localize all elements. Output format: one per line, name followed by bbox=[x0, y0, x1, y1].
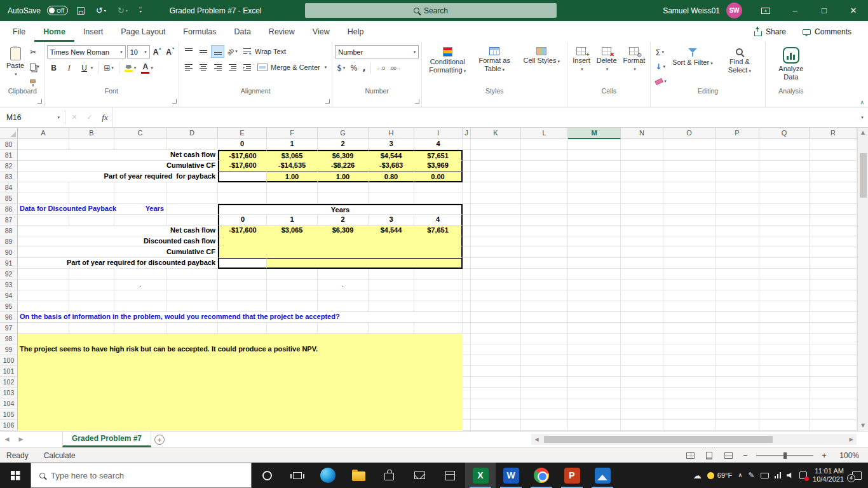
cell-L98[interactable] bbox=[521, 334, 568, 344]
cell-P95[interactable] bbox=[715, 301, 759, 312]
onedrive-cloud-icon[interactable]: ☁ bbox=[693, 471, 702, 480]
cell-J99[interactable] bbox=[463, 344, 471, 355]
column-header-B[interactable]: B bbox=[69, 128, 114, 139]
accounting-format-button[interactable]: $▾ bbox=[335, 62, 347, 74]
align-bottom-button[interactable] bbox=[211, 45, 224, 58]
cell-Q86[interactable] bbox=[759, 204, 810, 215]
cell-I88[interactable]: $7,651 bbox=[414, 226, 463, 236]
cell-P100[interactable] bbox=[715, 355, 759, 366]
cell-K85[interactable] bbox=[471, 193, 521, 204]
cell-R104[interactable] bbox=[810, 398, 857, 409]
cell-I94[interactable] bbox=[414, 290, 463, 301]
cell-Q95[interactable] bbox=[759, 301, 810, 312]
cell-M101[interactable] bbox=[568, 366, 621, 377]
cell-Q105[interactable] bbox=[759, 409, 810, 420]
cell-G88[interactable]: $6,309 bbox=[318, 226, 369, 236]
column-header-A[interactable]: A bbox=[18, 128, 69, 139]
cell-A103[interactable] bbox=[18, 388, 463, 398]
cell-Q101[interactable] bbox=[759, 366, 810, 377]
cell-F94[interactable] bbox=[267, 290, 318, 301]
photos-button[interactable] bbox=[587, 463, 618, 488]
cell-J88[interactable] bbox=[463, 226, 471, 236]
cell-O93[interactable] bbox=[663, 280, 715, 290]
zoom-slider[interactable] bbox=[756, 455, 813, 456]
cell-N80[interactable] bbox=[621, 139, 663, 150]
cell-N90[interactable] bbox=[621, 247, 663, 258]
cell-N85[interactable] bbox=[621, 193, 663, 204]
cell-L90[interactable] bbox=[521, 247, 568, 258]
cell-P90[interactable] bbox=[715, 247, 759, 258]
cell-R101[interactable] bbox=[810, 366, 857, 377]
cell-A81[interactable]: Net cash flow bbox=[18, 150, 218, 161]
clipboard-dialog-launcher-icon[interactable] bbox=[37, 99, 42, 104]
cell-M99[interactable] bbox=[568, 344, 621, 355]
cell-G93[interactable]: . bbox=[318, 280, 369, 290]
cell-M93[interactable] bbox=[568, 280, 621, 290]
row-header-91[interactable]: 91 bbox=[0, 258, 18, 269]
cell-I95[interactable] bbox=[414, 301, 463, 312]
cell-R83[interactable] bbox=[810, 172, 857, 182]
comments-button[interactable]: Comments bbox=[796, 25, 858, 39]
cell-G97[interactable] bbox=[318, 323, 369, 334]
cell-M105[interactable] bbox=[568, 409, 621, 420]
row-header-87[interactable]: 87 bbox=[0, 215, 18, 226]
cell-A95[interactable] bbox=[18, 301, 69, 312]
cell-B80[interactable] bbox=[69, 139, 114, 150]
cell-R97[interactable] bbox=[810, 323, 857, 334]
cell-D87[interactable] bbox=[166, 215, 218, 226]
align-top-button[interactable] bbox=[182, 45, 195, 58]
cell-A99[interactable]: The project seems to have high risk but … bbox=[18, 344, 463, 355]
fill-color-button[interactable]: ▾ bbox=[123, 62, 139, 74]
merge-center-button[interactable]: Merge & Center▾ bbox=[255, 61, 329, 74]
vertical-scrollbar-thumb[interactable] bbox=[860, 153, 867, 198]
cell-M95[interactable] bbox=[568, 301, 621, 312]
cell-L84[interactable] bbox=[521, 182, 568, 193]
cell-O101[interactable] bbox=[663, 366, 715, 377]
cell-E89[interactable] bbox=[218, 236, 267, 247]
column-header-K[interactable]: K bbox=[471, 128, 521, 139]
cell-K93[interactable] bbox=[471, 280, 521, 290]
cell-N104[interactable] bbox=[621, 398, 663, 409]
cell-E94[interactable] bbox=[218, 290, 267, 301]
cell-A102[interactable] bbox=[18, 377, 463, 388]
column-header-L[interactable]: L bbox=[521, 128, 568, 139]
cell-P91[interactable] bbox=[715, 258, 759, 269]
cell-N106[interactable] bbox=[621, 420, 663, 431]
scroll-down-button[interactable]: ▼ bbox=[861, 421, 865, 431]
cell-R103[interactable] bbox=[810, 388, 857, 398]
cell-P89[interactable] bbox=[715, 236, 759, 247]
cell-Q99[interactable] bbox=[759, 344, 810, 355]
cortana-button[interactable] bbox=[252, 463, 282, 488]
cell-G80[interactable]: 2 bbox=[318, 139, 369, 150]
cell-Q103[interactable] bbox=[759, 388, 810, 398]
avatar[interactable]: SW bbox=[726, 3, 742, 18]
scroll-left-button[interactable]: ◀ bbox=[531, 434, 542, 445]
column-header-I[interactable]: I bbox=[414, 128, 463, 139]
cell-C94[interactable] bbox=[114, 290, 166, 301]
cell-P92[interactable] bbox=[715, 269, 759, 280]
cell-C95[interactable] bbox=[114, 301, 166, 312]
cell-M94[interactable] bbox=[568, 290, 621, 301]
cell-P98[interactable] bbox=[715, 334, 759, 344]
cell-A96[interactable]: On the basis of information in the probl… bbox=[18, 312, 463, 323]
cell-E93[interactable] bbox=[218, 280, 267, 290]
font-color-button[interactable]: A▾ bbox=[139, 62, 155, 74]
cell-A80[interactable] bbox=[18, 139, 69, 150]
action-center-button[interactable]: 4 bbox=[852, 471, 862, 480]
cell-O99[interactable] bbox=[663, 344, 715, 355]
cell-M82[interactable] bbox=[568, 161, 621, 172]
store-button[interactable] bbox=[374, 463, 404, 488]
paste-button[interactable]: Paste ▾ bbox=[4, 45, 27, 80]
cell-M102[interactable] bbox=[568, 377, 621, 388]
cell-D97[interactable] bbox=[166, 323, 218, 334]
cell-A85[interactable] bbox=[18, 193, 69, 204]
cell-E84[interactable] bbox=[218, 182, 267, 193]
cell-K80[interactable] bbox=[471, 139, 521, 150]
cell-N97[interactable] bbox=[621, 323, 663, 334]
cell-E83[interactable] bbox=[218, 172, 267, 182]
cell-E82[interactable]: -$17,600 bbox=[218, 161, 267, 172]
scroll-right-button[interactable]: ▶ bbox=[846, 434, 857, 445]
cell-A88[interactable]: Net cash flow bbox=[18, 226, 218, 236]
column-header-G[interactable]: G bbox=[318, 128, 369, 139]
number-dialog-launcher-icon[interactable] bbox=[415, 99, 419, 104]
